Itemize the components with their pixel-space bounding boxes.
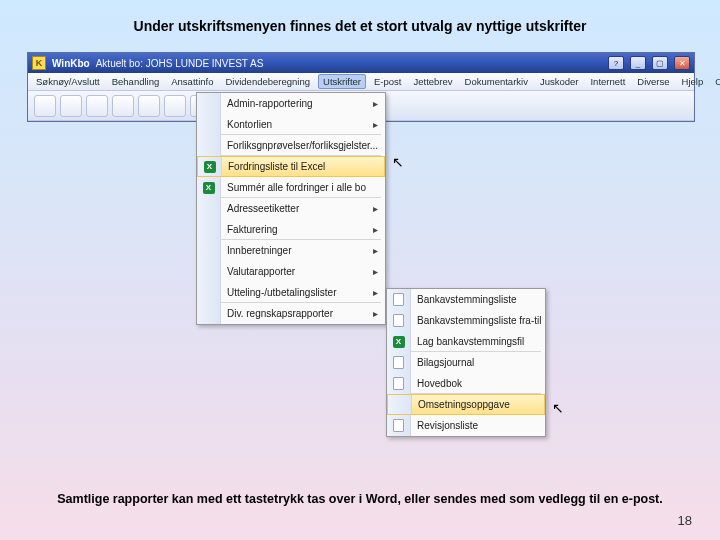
cursor-icon: ↖ [552, 400, 564, 416]
menu-item[interactable]: Internett [586, 75, 629, 88]
menu-item[interactable]: Søknøy/Avslutt [32, 75, 104, 88]
menu-item[interactable]: Dokumentarkiv [461, 75, 532, 88]
menu-entry-label: Revisjonsliste [411, 420, 541, 431]
menu-entry-label: Utteling-/utbetalingslister [221, 287, 373, 298]
submenu-arrow-icon: ▸ [373, 266, 381, 277]
toolbar-button[interactable] [86, 95, 108, 117]
menu-entry[interactable]: Bilagsjournal [387, 352, 545, 373]
submenu-arrow-icon: ▸ [373, 98, 381, 109]
menu-entry[interactable]: Kontorlien ▸ [197, 114, 385, 135]
minimize-button[interactable]: _ [630, 56, 646, 70]
menu-entry[interactable]: Bankavstemmingsliste [387, 289, 545, 310]
menu-entry-label: Admin-rapportering [221, 98, 373, 109]
menu-entry[interactable]: Adresseetiketter ▸ [197, 198, 385, 219]
help-button[interactable]: ? [608, 56, 624, 70]
menu-entry[interactable]: Bankavstemmingsliste fra-til dato [387, 310, 545, 331]
submenu-arrow-icon: ▸ [373, 119, 381, 130]
submenu-arrow-icon: ▸ [373, 203, 381, 214]
menu-item[interactable]: Hjelp [678, 75, 708, 88]
document-icon [393, 377, 404, 390]
utskrifter-menu: Admin-rapportering ▸ Kontorlien ▸ Forlik… [196, 92, 386, 325]
menu-item[interactable]: Jettebrev [409, 75, 456, 88]
toolbar-button[interactable] [60, 95, 82, 117]
maximize-button[interactable]: ▢ [652, 56, 668, 70]
menu-entry-label: Adresseetiketter [221, 203, 373, 214]
toolbar-button[interactable] [164, 95, 186, 117]
document-icon [393, 293, 404, 306]
excel-icon: X [204, 161, 216, 173]
menu-entry-label: Summér alle fordringer i alle bo [221, 182, 381, 193]
excel-icon: X [393, 336, 405, 348]
menu-entry[interactable]: Forliksgnprøvelser/forliksgjelster... [197, 135, 385, 156]
app-subtitle: Aktuelt bo: JOHS LUNDE INVEST AS [96, 58, 264, 69]
document-icon [393, 314, 404, 327]
menu-entry-label: Bankavstemmingsliste fra-til dato [411, 315, 541, 326]
titlebar: K WinKbo Aktuelt bo: JOHS LUNDE INVEST A… [28, 53, 694, 73]
slide-caption: Samtlige rapporter kan med ett tastetryk… [0, 492, 720, 506]
menu-item[interactable]: Dividendeberegning [222, 75, 315, 88]
page-number: 18 [678, 513, 692, 528]
menu-item[interactable]: Juskoder [536, 75, 583, 88]
menu-entry-label: Div. regnskapsrapporter [221, 308, 373, 319]
submenu-arrow-icon: ▸ [373, 287, 381, 298]
toolbar-button[interactable] [34, 95, 56, 117]
menu-entry-label: Forliksgnprøvelser/forliksgjelster... [221, 140, 381, 151]
menu-entry[interactable]: Hovedbok [387, 373, 545, 394]
menu-entry-label: Fakturering [221, 224, 373, 235]
toolbar-button[interactable] [112, 95, 134, 117]
menu-entry-label: Innberetninger [221, 245, 373, 256]
document-icon [393, 419, 404, 432]
document-icon [393, 356, 404, 369]
menu-entry-label: Bankavstemmingsliste [411, 294, 541, 305]
menu-entry[interactable]: Fakturering ▸ [197, 219, 385, 240]
menu-entry[interactable]: Div. regnskapsrapporter ▸ [197, 303, 385, 324]
excel-icon: X [203, 182, 215, 194]
menu-entry[interactable]: Valutarapporter ▸ [197, 261, 385, 282]
menu-entry-label: Lag bankavstemmingsfil [411, 336, 541, 347]
menu-item[interactable]: Ansattinfo [167, 75, 217, 88]
submenu-arrow-icon: ▸ [373, 245, 381, 256]
app-name: WinKbo [52, 58, 90, 69]
menu-entry-label: Omsetningsoppgave [412, 399, 540, 410]
menu-entry[interactable]: Admin-rapportering ▸ [197, 93, 385, 114]
regnskapsrapporter-submenu: Bankavstemmingsliste Bankavstemmingslist… [386, 288, 546, 437]
menu-entry[interactable]: X Lag bankavstemmingsfil [387, 331, 545, 352]
slide-title: Under utskriftsmenyen finnes det et stor… [0, 18, 720, 34]
cursor-icon: ↖ [392, 154, 404, 170]
menu-entry-label: Hovedbok [411, 378, 541, 389]
menu-entry-label: Fordringsliste til Excel [222, 161, 380, 172]
menu-entry[interactable]: Omsetningsoppgave [387, 394, 545, 415]
menubar: Søknøy/Avslutt Behandling Ansattinfo Div… [28, 73, 694, 91]
submenu-arrow-icon: ▸ [373, 224, 381, 235]
menu-item[interactable]: Om Winkbo [711, 75, 720, 88]
menu-entry-label: Bilagsjournal [411, 357, 541, 368]
menu-item[interactable]: Diverse [633, 75, 673, 88]
menu-entry[interactable]: X Fordringsliste til Excel [197, 156, 385, 177]
menu-item-utskrifter[interactable]: Utskrifter [318, 74, 366, 89]
menu-item[interactable]: Behandling [108, 75, 164, 88]
close-button[interactable]: ✕ [674, 56, 690, 70]
menu-entry[interactable]: Innberetninger ▸ [197, 240, 385, 261]
menu-entry[interactable]: Utteling-/utbetalingslister ▸ [197, 282, 385, 303]
app-icon: K [32, 56, 46, 70]
menu-entry[interactable]: Revisjonsliste [387, 415, 545, 436]
menu-entry-label: Kontorlien [221, 119, 373, 130]
menu-item[interactable]: E-post [370, 75, 405, 88]
menu-entry-label: Valutarapporter [221, 266, 373, 277]
menu-entry[interactable]: X Summér alle fordringer i alle bo [197, 177, 385, 198]
submenu-arrow-icon: ▸ [373, 308, 381, 319]
toolbar-button[interactable] [138, 95, 160, 117]
